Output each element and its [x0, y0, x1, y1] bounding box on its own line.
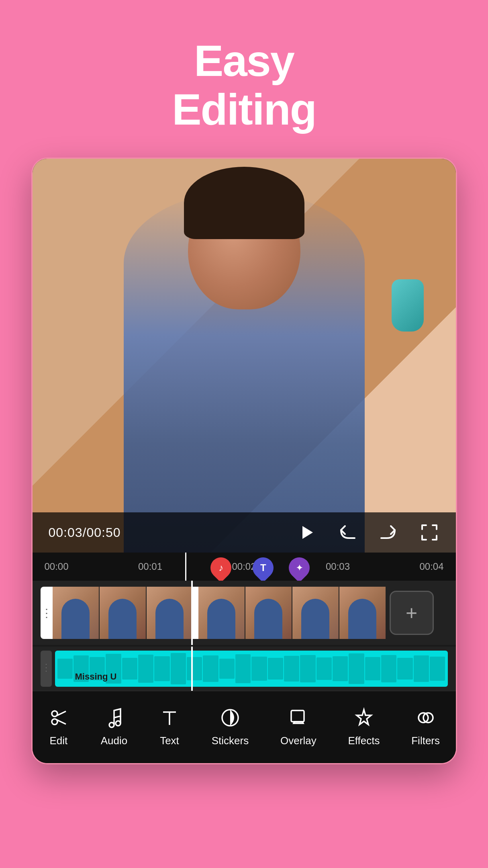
tool-overlay-label: Overlay — [280, 735, 316, 747]
video-strip-playhead — [191, 581, 193, 645]
waveform-bar — [187, 657, 202, 680]
scissors-icon — [48, 707, 69, 731]
waveform-bar — [430, 657, 445, 681]
tool-stickers[interactable]: Stickers — [204, 707, 257, 747]
waveform-bar — [57, 659, 73, 678]
waveform-bar — [284, 656, 299, 682]
audio-handle[interactable]: ··· — [41, 651, 52, 687]
ruler-time-0: 00:00 — [45, 561, 69, 572]
effects-marker[interactable]: ✦ — [288, 554, 311, 581]
waveform-bar — [316, 657, 332, 680]
svg-point-8 — [116, 721, 120, 726]
frame-4 — [198, 587, 245, 639]
text-icon — [159, 707, 180, 731]
audio-track-playhead — [191, 647, 193, 691]
waveform-bar — [251, 657, 267, 680]
svg-point-6 — [109, 723, 114, 727]
tool-filters-label: Filters — [411, 735, 440, 747]
waveform-bar — [122, 658, 137, 679]
waveform-bar — [349, 653, 364, 684]
svg-rect-12 — [291, 710, 304, 722]
svg-point-1 — [52, 711, 57, 717]
sticker-icon — [220, 707, 241, 731]
controls-right — [296, 522, 440, 543]
hero-title: Easy Editing — [172, 36, 316, 133]
waveform-bar — [171, 653, 186, 684]
music-marker[interactable]: ♪ — [209, 554, 233, 581]
waveform-bar — [381, 655, 396, 683]
bottom-toolbar: Edit Audio — [33, 691, 456, 763]
title-line1: Easy — [172, 36, 316, 85]
tool-filters[interactable]: Filters — [403, 707, 448, 747]
play-button[interactable] — [296, 522, 317, 543]
audio-handle-dots: ··· — [43, 663, 50, 674]
overlay-icon — [288, 707, 309, 731]
svg-point-2 — [52, 719, 57, 725]
tool-audio-label: Audio — [101, 735, 128, 747]
waveform-bar — [365, 657, 380, 680]
tool-text-label: Text — [160, 735, 179, 747]
waveform-bar — [154, 656, 169, 681]
waveform-bar — [414, 655, 429, 682]
tool-effects[interactable]: Effects — [340, 707, 388, 747]
title-line2: Editing — [172, 85, 316, 133]
waveform-bar — [333, 656, 348, 681]
undo-button[interactable] — [337, 522, 358, 543]
frame-5 — [245, 587, 292, 639]
filters-icon — [415, 707, 436, 731]
app-card: 00:03/00:50 — [31, 158, 457, 764]
music-note-icon — [104, 707, 125, 731]
strip-left-handle[interactable]: ⋮ — [41, 587, 53, 639]
waveform-bar — [300, 655, 315, 682]
ruler-time-4: 00:04 — [419, 561, 443, 572]
effects-star-icon — [353, 707, 374, 731]
tool-audio[interactable]: Audio — [93, 707, 136, 747]
portrait-hair — [184, 167, 304, 239]
waveform-bar — [235, 654, 251, 683]
frame-3 — [147, 587, 193, 639]
time-display: 00:03/00:50 — [49, 525, 129, 540]
frame-7 — [339, 587, 386, 639]
frame-2 — [100, 587, 146, 639]
tool-edit[interactable]: Edit — [40, 707, 77, 747]
timeline-section: 00:00 00:01 00:02 00:03 00:04 ♪ T ✦ — [33, 553, 456, 763]
frame-6 — [292, 587, 339, 639]
video-area: 00:03/00:50 — [33, 159, 456, 553]
fullscreen-button[interactable] — [419, 522, 440, 543]
tool-text[interactable]: Text — [151, 707, 188, 747]
svg-marker-0 — [302, 526, 313, 539]
tool-overlay[interactable]: Overlay — [272, 707, 325, 747]
tool-edit-label: Edit — [49, 735, 67, 747]
waveform-bar — [203, 655, 218, 682]
frame-1 — [53, 587, 99, 639]
timeline-playhead — [185, 553, 186, 581]
waveform-bar — [219, 659, 235, 678]
tool-effects-label: Effects — [348, 735, 380, 747]
audio-waveform: Missing U — [55, 651, 448, 687]
video-controls-bar: 00:03/00:50 — [33, 512, 456, 553]
plus-icon: + — [406, 601, 417, 624]
video-strip: ⋮ + — [33, 581, 456, 645]
redo-button[interactable] — [378, 522, 399, 543]
ruler-markers: 00:00 00:01 00:02 00:03 00:04 — [45, 561, 444, 572]
waveform-bar — [138, 655, 153, 683]
waveform-bar — [397, 658, 412, 680]
strip-cut-marker — [193, 587, 198, 639]
video-frames-left — [53, 587, 193, 639]
text-marker[interactable]: T — [251, 554, 275, 581]
waveform-bar — [268, 658, 283, 679]
video-frames-right — [198, 587, 386, 639]
ruler-time-1: 00:01 — [138, 561, 162, 572]
timeline-ruler: 00:00 00:01 00:02 00:03 00:04 ♪ T ✦ — [33, 553, 456, 581]
add-clip-button[interactable]: + — [390, 591, 434, 635]
audio-track-label: Missing U — [75, 671, 117, 682]
tool-stickers-label: Stickers — [212, 735, 249, 747]
audio-track: ··· — [33, 647, 456, 691]
ruler-time-3: 00:03 — [326, 561, 350, 572]
teal-vase-decoration — [392, 279, 424, 332]
